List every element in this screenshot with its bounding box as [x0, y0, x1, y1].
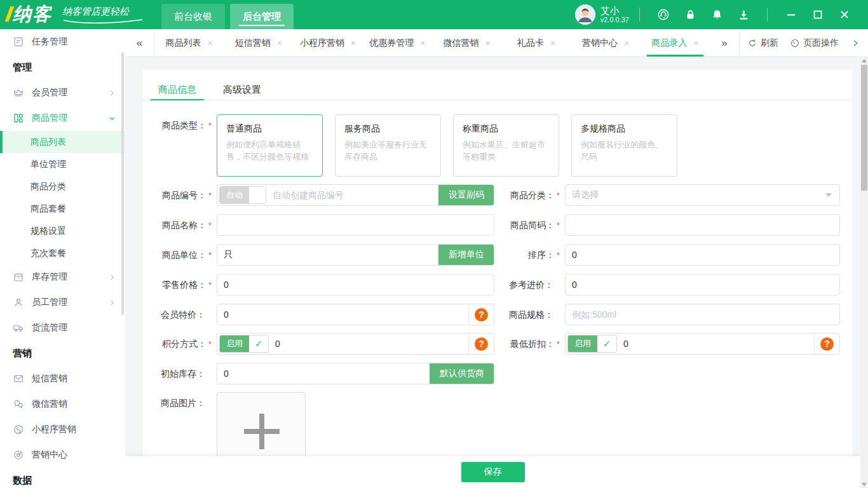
support-icon[interactable] [656, 7, 671, 22]
scrollbar-up-arrow-icon[interactable] [862, 59, 867, 62]
tab-goods-list[interactable]: 商品列表× [154, 29, 224, 57]
sidebar-item-member-management[interactable]: 会员管理 [0, 80, 125, 105]
min-discount-input[interactable] [617, 339, 814, 349]
bell-icon[interactable] [709, 7, 724, 22]
scroll-tabs-right-button[interactable]: » [710, 29, 739, 57]
main-content: 商品信息 高级设置 商品类型：* 普通商品 例如便利店单规格销售，不区分颜色等规… [125, 57, 868, 488]
sidebar-subitem-spec-settings[interactable]: 规格设置 [0, 220, 125, 242]
more-actions-chevron-icon[interactable] [850, 38, 860, 48]
scrollbar-down-arrow-icon[interactable] [862, 483, 867, 486]
sidebar-scrollbar-thumb[interactable] [121, 52, 124, 315]
form-tab-advanced-settings[interactable]: 高级设置 [215, 81, 269, 100]
sidebar-item-marketing-center[interactable]: 营销中心 [0, 442, 125, 468]
spec-input[interactable] [566, 309, 839, 320]
tab-gift-card[interactable]: 礼品卡× [501, 29, 571, 57]
member-price-input[interactable] [217, 309, 468, 320]
sidebar-item-task-management[interactable]: 任务管理 [0, 29, 125, 55]
tab-close-icon[interactable]: × [624, 38, 629, 48]
tab-close-icon[interactable]: × [693, 38, 698, 48]
min-discount-enable-toggle[interactable]: 启用✓ [567, 335, 617, 353]
sidebar: 任务管理 管理 会员管理 商品管理 商品列表 单位管理 商品分类 商品套餐 规格… [0, 29, 125, 488]
avatar[interactable] [575, 4, 595, 25]
logistics-truck-icon [13, 322, 24, 334]
close-icon[interactable] [837, 8, 851, 22]
set-subcode-button[interactable]: 设置副码 [438, 184, 494, 206]
sidebar-subitem-goods-combo[interactable]: 商品套餐 [0, 198, 125, 220]
maximize-icon[interactable] [811, 8, 825, 22]
refresh-button[interactable]: 刷新 [747, 37, 778, 49]
field-label-goods-code: 商品编号：* [151, 184, 212, 207]
sidebar-item-miniprogram-marketing[interactable]: 小程序营销 [0, 417, 125, 442]
tab-close-icon[interactable]: × [208, 38, 213, 48]
sidebar-subitem-recharge-combo[interactable]: 充次套餐 [0, 242, 125, 264]
auto-code-toggle[interactable]: 自动 [219, 186, 266, 204]
scrollbar-thumb[interactable] [861, 65, 867, 191]
tab-sms-marketing[interactable]: 短信营销× [224, 29, 293, 57]
sidebar-item-sms-marketing[interactable]: 短信营销 [0, 366, 125, 391]
points-value-input[interactable] [269, 339, 468, 349]
help-icon[interactable]: ? [475, 337, 488, 351]
download-icon[interactable] [736, 7, 751, 22]
goods-name-input[interactable] [217, 220, 494, 230]
min-discount-help: ? [814, 333, 839, 355]
field-label-member-price: 会员特价： [151, 304, 212, 325]
minimize-icon[interactable] [784, 8, 798, 22]
product-type-card-service[interactable]: 服务商品 例如美业等服务行业无库存商品 [335, 114, 441, 177]
init-stock-input[interactable] [217, 369, 430, 379]
purchase-price-input[interactable] [566, 280, 839, 290]
field-label-min-discount: 最低折扣：* [494, 333, 560, 355]
sidebar-item-inventory-management[interactable]: 库存管理 [0, 264, 125, 290]
tab-coupon-management[interactable]: 优惠券管理× [363, 29, 432, 57]
field-label-short-code: 商品简码：* [494, 214, 560, 236]
product-type-card-normal[interactable]: 普通商品 例如便利店单规格销售，不区分颜色等规格 [217, 114, 323, 177]
save-button[interactable]: 保存 [461, 462, 525, 482]
tab-close-icon[interactable]: × [351, 38, 356, 48]
tab-close-icon[interactable]: × [420, 38, 425, 48]
tab-marketing-center[interactable]: 营销中心× [571, 29, 641, 57]
scroll-tabs-left-button[interactable]: « [125, 29, 154, 57]
page-operations-icon [790, 38, 800, 48]
goods-code-input[interactable] [266, 190, 439, 200]
tab-strip: « 商品列表× 短信营销× 小程序营销× 优惠券管理× 微信营销× 礼品卡× 营… [125, 29, 868, 57]
tab-wechat-marketing[interactable]: 微信营销× [432, 29, 501, 57]
short-code-input[interactable] [566, 220, 839, 230]
sidebar-subitem-goods-list[interactable]: 商品列表 [0, 131, 125, 153]
nav-tab-cashier[interactable]: 前台收银 [161, 4, 225, 29]
tab-close-icon[interactable]: × [485, 38, 491, 48]
form-tab-goods-info[interactable]: 商品信息 [151, 81, 204, 100]
goods-entry-card: 商品信息 高级设置 商品类型：* 普通商品 例如便利店单规格销售，不区分颜色等规… [143, 70, 852, 488]
tab-close-icon[interactable]: × [550, 38, 555, 48]
toggle-check-icon: ✓ [597, 336, 616, 352]
divider [767, 8, 768, 22]
main-scrollbar[interactable] [860, 57, 868, 488]
points-enable-toggle[interactable]: 启用✓ [219, 335, 269, 353]
retail-price-input[interactable] [217, 280, 494, 290]
sidebar-subitem-goods-category[interactable]: 商品分类 [0, 175, 125, 198]
refresh-icon [747, 38, 757, 48]
help-icon[interactable]: ? [820, 337, 834, 351]
goods-unit-input[interactable] [217, 250, 439, 260]
goods-category-select[interactable]: 请选择 [565, 184, 840, 206]
tab-miniprogram-marketing[interactable]: 小程序营销× [294, 29, 363, 57]
sidebar-item-goods-management[interactable]: 商品管理 [0, 105, 125, 131]
field-label-spec: 商品规格： [494, 304, 560, 325]
sort-input[interactable] [566, 250, 839, 260]
default-supplier-button[interactable]: 默认供货商 [430, 363, 494, 384]
lock-icon[interactable] [682, 7, 698, 22]
field-label-points-mode: 积分方式：* [151, 333, 212, 355]
sidebar-item-logistics-management[interactable]: 货流管理 [0, 315, 125, 341]
tab-close-icon[interactable]: × [277, 38, 282, 48]
product-type-card-multispec[interactable]: 多规格商品 例如服装行业的颜色、尺码 [571, 114, 677, 177]
top-nav: 前台收银 后台管理 [161, 4, 294, 29]
nav-tab-backoffice[interactable]: 后台管理 [230, 4, 294, 29]
sidebar-item-wechat-marketing[interactable]: 微信营销 [0, 391, 125, 417]
page-operations-button[interactable]: 页面操作 [790, 37, 839, 49]
sidebar-item-staff-management[interactable]: 员工管理 [0, 290, 125, 315]
help-icon[interactable]: ? [475, 308, 488, 322]
chevron-down-icon [108, 114, 116, 123]
tab-goods-entry[interactable]: 商品录入× [641, 29, 710, 57]
points-help: ? [468, 333, 494, 355]
product-type-card-weighed[interactable]: 称重商品 例如水果店、生鲜超市等称重类 [453, 114, 559, 177]
sidebar-subitem-unit-management[interactable]: 单位管理 [0, 153, 125, 175]
add-unit-button[interactable]: 新增单位 [438, 244, 494, 266]
